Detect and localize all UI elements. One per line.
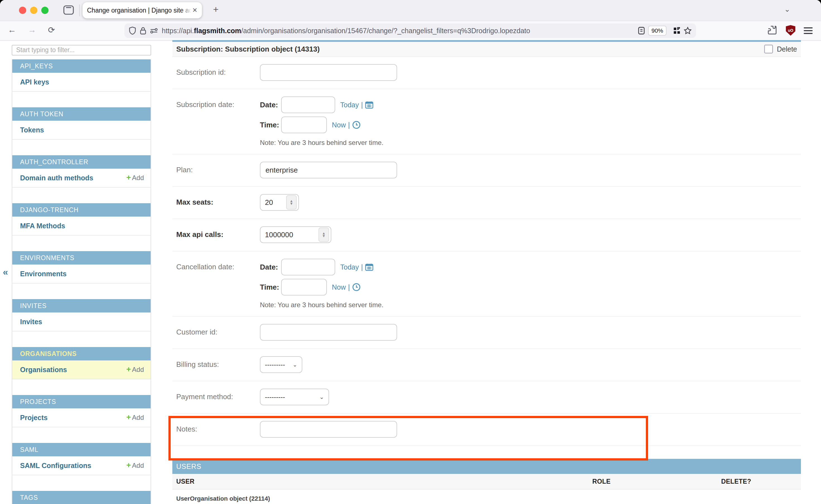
- time-sublabel: Time:: [260, 121, 281, 129]
- new-tab-button[interactable]: +: [213, 4, 219, 15]
- minimize-window-button[interactable]: [30, 7, 37, 14]
- date-sublabel: Date:: [260, 263, 281, 272]
- spinner-buttons[interactable]: ▲▼: [286, 195, 297, 210]
- zoom-window-button[interactable]: [41, 7, 49, 14]
- add-link[interactable]: +Add: [126, 456, 144, 475]
- max-api-calls-stepper[interactable]: 1000000 ▲▼: [260, 226, 331, 243]
- now-link[interactable]: Now: [332, 121, 346, 129]
- subscription-id-input[interactable]: [260, 64, 397, 81]
- form-row-plan: Plan:: [172, 154, 801, 187]
- field-label: Max api calls:: [176, 226, 260, 239]
- tracking-protection-shield-icon[interactable]: [129, 26, 136, 35]
- delete-label: Delete: [777, 45, 797, 53]
- column-header-delete: DELETE?: [721, 478, 751, 485]
- inline-object-label: UserOrganisation object (22114): [176, 495, 270, 502]
- url-domain: flagsmith.com: [194, 27, 241, 35]
- sidebar-item-projects[interactable]: Projects +Add: [12, 408, 151, 427]
- billing-status-select[interactable]: --------- ⌄: [260, 356, 302, 373]
- sidebar-module-projects: PROJECTS Projects +Add: [12, 395, 151, 427]
- add-link[interactable]: +Add: [126, 360, 144, 379]
- spinner-buttons[interactable]: ▲▼: [318, 227, 329, 242]
- permissions-icon[interactable]: [150, 27, 158, 34]
- field-label: Subscription id:: [176, 64, 260, 77]
- server-time-note: Note: You are 3 hours behind server time…: [260, 301, 383, 309]
- subscription-time-input[interactable]: [281, 117, 327, 133]
- forward-button[interactable]: →: [28, 25, 36, 35]
- reader-mode-icon[interactable]: [638, 27, 645, 35]
- sidebar-section-header: INVITES: [12, 299, 151, 312]
- form-row-max-api-calls: Max api calls: 1000000 ▲▼: [172, 219, 801, 251]
- max-seats-stepper[interactable]: 20 ▲▼: [260, 194, 299, 211]
- sidebar-section-header: TAGS: [12, 491, 151, 504]
- calendar-icon[interactable]: [365, 101, 373, 109]
- sidebar-filter-input[interactable]: [12, 45, 151, 55]
- users-section-title: USERS: [172, 459, 801, 474]
- sidebar-item-invites[interactable]: Invites: [12, 312, 151, 331]
- lock-icon[interactable]: [140, 27, 146, 35]
- sidebar-collapse-icon[interactable]: «: [3, 266, 8, 277]
- extensions-puzzle-icon[interactable]: [767, 25, 777, 35]
- field-label: Billing status:: [176, 356, 260, 369]
- tab-title: Change organisation | Django site ad: [87, 7, 191, 14]
- form-row-cancellation-date: Cancellation date: Date: Today | Time: N…: [172, 251, 801, 317]
- field-label: Cancellation date:: [176, 259, 260, 271]
- sidebar-item-saml-configurations[interactable]: SAML Configurations +Add: [12, 456, 151, 475]
- url-text[interactable]: https://api.flagsmith.com/admin/organisa…: [162, 27, 635, 35]
- delete-checkbox[interactable]: [764, 45, 773, 54]
- time-sublabel: Time:: [260, 283, 281, 292]
- sidebar-item-organisations[interactable]: Organisations +Add: [12, 360, 151, 379]
- plan-input[interactable]: [260, 162, 397, 178]
- menu-hamburger-icon[interactable]: [804, 26, 813, 36]
- today-link[interactable]: Today: [340, 263, 359, 271]
- field-label: Customer id:: [176, 324, 260, 336]
- clock-icon[interactable]: [352, 121, 360, 129]
- form-row-subscription-date: Subscription date: Date: Today | Time: N…: [172, 89, 801, 154]
- zoom-level-chip[interactable]: 90%: [648, 26, 667, 36]
- sidebar-section-header: AUTH_CONTROLLER: [12, 155, 151, 169]
- cancellation-time-input[interactable]: [281, 279, 327, 295]
- clock-icon[interactable]: [352, 283, 360, 291]
- sidebar-toggle-icon[interactable]: [63, 5, 74, 15]
- customer-id-input[interactable]: [260, 324, 397, 341]
- sidebar-module-environments: ENVIRONMENTS Environments: [12, 251, 151, 283]
- sidebar-section-header: ENVIRONMENTS: [12, 251, 151, 265]
- add-link[interactable]: +Add: [126, 408, 144, 427]
- subscription-date-input[interactable]: [281, 96, 335, 113]
- back-button[interactable]: ←: [8, 25, 16, 35]
- form-row-subscription-id: Subscription id:: [172, 57, 801, 89]
- cancellation-date-input[interactable]: [281, 259, 335, 275]
- sidebar-item-domain-auth-methods[interactable]: Domain auth methods +Add: [12, 169, 151, 188]
- sidebar-item-tokens[interactable]: Tokens: [12, 121, 151, 140]
- sidebar-section-header: ORGANISATIONS: [12, 347, 151, 360]
- screenshot-grid-icon[interactable]: [673, 27, 681, 34]
- field-label: Plan:: [176, 162, 260, 174]
- form-row-payment-method: Payment method: --------- ⌄: [172, 381, 801, 414]
- close-window-button[interactable]: [19, 7, 26, 14]
- today-link[interactable]: Today: [340, 101, 359, 109]
- url-bar[interactable]: https://api.flagsmith.com/admin/organisa…: [124, 23, 696, 38]
- bookmark-star-icon[interactable]: [684, 27, 692, 35]
- ublock-origin-icon[interactable]: uO: [786, 25, 795, 36]
- form-row-billing-status: Billing status: --------- ⌄: [172, 349, 801, 381]
- now-link[interactable]: Now: [332, 283, 346, 291]
- inline-section-title: Subscription: Subscription object (14313…: [176, 45, 764, 54]
- sidebar-modules: API_KEYS API keys AUTH TOKEN Tokens AUTH…: [12, 59, 151, 504]
- user-row: UserOrganisation object (22114) rodrigo.…: [172, 490, 801, 504]
- sidebar-item-environments[interactable]: Environments: [12, 265, 151, 283]
- inline-section-header: Subscription: Subscription object (14313…: [172, 42, 801, 57]
- sidebar-module-auth-token: AUTH TOKEN Tokens: [12, 107, 151, 140]
- server-time-note: Note: You are 3 hours behind server time…: [260, 139, 383, 147]
- sidebar-module-api-keys: API_KEYS API keys: [12, 59, 151, 92]
- sidebar-section-header: AUTH TOKEN: [12, 107, 151, 121]
- sidebar-section-header: SAML: [12, 443, 151, 456]
- sidebar-item-api-keys[interactable]: API keys: [12, 73, 151, 92]
- list-tabs-chevron-icon[interactable]: ⌄: [784, 5, 790, 14]
- browser-tab[interactable]: Change organisation | Django site ad ✕: [83, 2, 202, 18]
- calendar-icon[interactable]: [365, 263, 373, 271]
- payment-method-select[interactable]: --------- ⌄: [260, 389, 329, 405]
- sidebar-item-mfa-methods[interactable]: MFA Methods: [12, 217, 151, 236]
- add-link[interactable]: +Add: [126, 168, 144, 187]
- tab-close-icon[interactable]: ✕: [192, 7, 197, 14]
- users-inline-section: USERS USER ROLE DELETE? UserOrganisation…: [172, 459, 801, 504]
- reload-button[interactable]: ⟳: [48, 25, 55, 35]
